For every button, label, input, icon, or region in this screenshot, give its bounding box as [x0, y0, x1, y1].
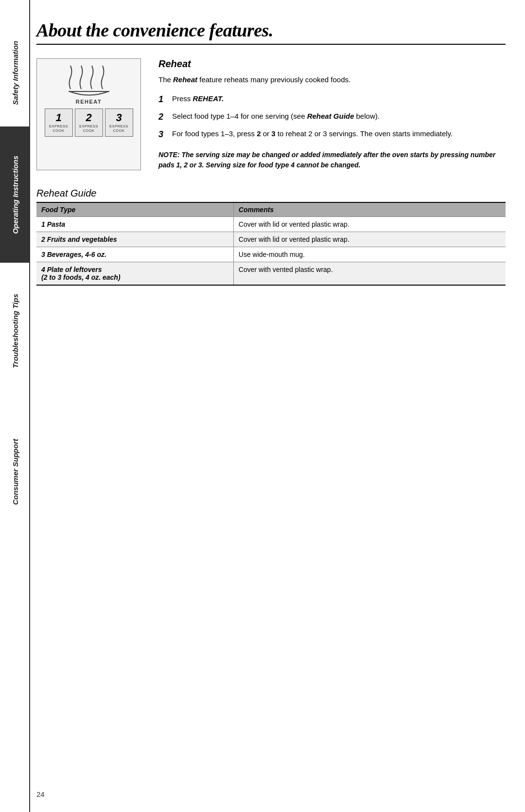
btn-2-number: 2: [86, 112, 91, 123]
food-type-cell: 2 Fruits and vegetables: [36, 232, 233, 247]
col-comments: Comments: [233, 202, 506, 217]
reheat-guide-table: Food Type Comments 1 PastaCover with lid…: [36, 202, 506, 286]
step-3-number: 3: [158, 128, 170, 141]
food-type-cell: 4 Plate of leftovers(2 to 3 foods, 4 oz.…: [36, 262, 233, 285]
top-section: REHEAT1EXPRESS COOK2EXPRESS COOK3EXPRESS…: [36, 58, 506, 170]
keypad-illustration: REHEAT1EXPRESS COOK2EXPRESS COOK3EXPRESS…: [36, 58, 141, 170]
sidebar-label-consumer: Consumer Support: [11, 439, 19, 505]
comments-cell: Cover with lid or vented plastic wrap.: [233, 232, 506, 247]
step-1-text: Press REHEAT.: [172, 93, 506, 105]
btn-2-label: EXPRESS COOK: [75, 124, 103, 133]
sidebar-section-operating: Operating Instructions: [0, 126, 30, 263]
reheat-guide-section: Reheat Guide Food Type Comments 1 PastaC…: [36, 188, 506, 286]
page-title: About the convenience features.: [36, 19, 506, 41]
comments-cell: Cover with lid or vented plastic wrap.: [233, 217, 506, 232]
sidebar: Safety Information Operating Instruction…: [0, 0, 30, 812]
table-row: 2 Fruits and vegetablesCover with lid or…: [36, 232, 506, 247]
btn-3-label: EXPRESS COOK: [105, 124, 133, 133]
guide-title: Reheat Guide: [36, 188, 506, 199]
keypad-btn-2: 2EXPRESS COOK: [75, 108, 103, 137]
sidebar-section-safety: Safety Information: [0, 19, 30, 126]
btn-3-number: 3: [116, 112, 122, 123]
reheat-intro: The Reheat feature reheats many previous…: [158, 74, 506, 86]
table-header-row: Food Type Comments: [36, 202, 506, 217]
step-2-text: Select food type 1–4 for one serving (se…: [172, 111, 506, 122]
comments-cell: Use wide-mouth mug.: [233, 247, 506, 262]
btn-1-number: 1: [55, 112, 61, 123]
keypad-btn-1: 1EXPRESS COOK: [45, 108, 73, 137]
reheat-label: REHEAT: [76, 99, 102, 105]
sidebar-label-operating: Operating Instructions: [11, 156, 19, 234]
step-1: 1 Press REHEAT.: [158, 93, 506, 106]
step-1-number: 1: [158, 93, 170, 106]
btn-1-label: EXPRESS COOK: [45, 124, 72, 133]
step-2: 2 Select food type 1–4 for one serving (…: [158, 111, 506, 124]
step-3: 3 For food types 1–3, press 2 or 3 to re…: [158, 128, 506, 141]
step-2-number: 2: [158, 110, 170, 124]
col-food-type: Food Type: [36, 202, 233, 217]
note-text: NOTE: The serving size may be changed or…: [158, 150, 506, 170]
steps-list: 1 Press REHEAT. 2 Select food type 1–4 f…: [158, 93, 506, 141]
sidebar-label-troubleshooting: Troubleshooting Tips: [11, 294, 19, 368]
table-row: 3 Beverages, 4-6 oz.Use wide-mouth mug.: [36, 247, 506, 262]
sidebar-section-consumer: Consumer Support: [0, 399, 30, 545]
food-type-cell: 1 Pasta: [36, 217, 233, 232]
table-row: 4 Plate of leftovers(2 to 3 foods, 4 oz.…: [36, 262, 506, 285]
keypad-buttons: 1EXPRESS COOK2EXPRESS COOK3EXPRESS COOK: [45, 108, 133, 137]
title-divider: [36, 44, 506, 45]
sidebar-section-troubleshooting: Troubleshooting Tips: [0, 263, 30, 399]
table-row: 1 PastaCover with lid or vented plastic …: [36, 217, 506, 232]
food-type-cell: 3 Beverages, 4-6 oz.: [36, 247, 233, 262]
reheat-info: Reheat The Reheat feature reheats many p…: [158, 58, 506, 170]
steam-plate-svg: [65, 65, 113, 99]
keypad-btn-3: 3EXPRESS COOK: [105, 108, 133, 137]
step-3-text: For food types 1–3, press 2 or 3 to rehe…: [172, 128, 506, 140]
comments-cell: Cover with vented plastic wrap.: [233, 262, 506, 285]
sidebar-label-safety: Safety Information: [11, 41, 19, 105]
main-content: About the convenience features. REHEAT1E…: [36, 19, 506, 793]
reheat-heading: Reheat: [158, 58, 506, 70]
